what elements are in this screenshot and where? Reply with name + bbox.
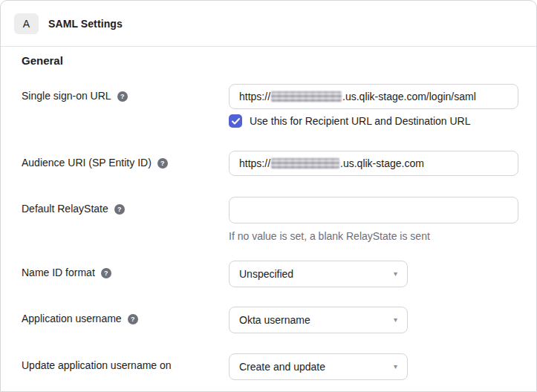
- update-app-username-label-group: Update application username on: [22, 353, 229, 372]
- recipient-url-checkbox-label: Use this for Recipient URL and Destinati…: [250, 115, 471, 127]
- general-heading: General: [22, 54, 517, 68]
- sso-url-label: Single sign-on URL: [22, 90, 111, 102]
- relaystate-controls: If no value is set, a blank RelayState i…: [229, 197, 518, 243]
- help-icon[interactable]: ?: [114, 204, 125, 215]
- field-row-relaystate: Default RelayState ? If no value is set,…: [22, 197, 517, 243]
- help-icon[interactable]: ?: [117, 91, 128, 102]
- panel-header: A SAML Settings: [1, 1, 536, 47]
- name-id-format-controls: Unspecified ▾: [229, 261, 517, 287]
- relaystate-hint: If no value is set, a blank RelayState i…: [229, 229, 518, 243]
- update-app-username-select[interactable]: Create and update ▾: [229, 353, 408, 380]
- audience-uri-input[interactable]: https://.us.qlik-stage.com: [229, 151, 518, 176]
- sso-url-value-prefix: https://: [239, 91, 270, 102]
- redacted-text: [271, 158, 339, 169]
- update-app-username-label: Update application username on: [22, 359, 172, 372]
- audience-uri-value-suffix: .us.qlik-stage.com: [340, 157, 424, 169]
- panel-body: General Single sign-on URL ? https://.us…: [1, 47, 536, 380]
- saml-settings-panel: A SAML Settings General Single sign-on U…: [0, 0, 537, 392]
- field-row-app-username: Application username ? Okta username ▾: [22, 307, 517, 333]
- dropdown-arrow-icon: ▾: [394, 363, 397, 370]
- redacted-text: [271, 91, 342, 102]
- update-app-username-value: Create and update: [239, 361, 325, 373]
- app-username-controls: Okta username ▾: [229, 307, 517, 333]
- audience-uri-label: Audience URI (SP Entity ID): [22, 157, 152, 169]
- field-row-update-app-username: Update application username on Create an…: [22, 353, 517, 380]
- sso-url-input[interactable]: https://.us.qlik-stage.com/login/saml: [229, 84, 518, 109]
- section-title: SAML Settings: [48, 18, 123, 30]
- relaystate-label-group: Default RelayState ?: [22, 197, 229, 215]
- update-app-username-controls: Create and update ▾: [229, 353, 517, 380]
- app-username-value: Okta username: [239, 314, 310, 326]
- section-badge: A: [14, 13, 39, 34]
- field-row-sso-url: Single sign-on URL ? https://.us.qlik-st…: [22, 84, 517, 128]
- name-id-format-label: Name ID format: [22, 267, 95, 279]
- name-id-format-value: Unspecified: [239, 268, 293, 280]
- audience-uri-value-prefix: https://: [239, 157, 270, 169]
- field-row-audience-uri: Audience URI (SP Entity ID) ? https://.u…: [22, 151, 517, 176]
- recipient-url-checkbox[interactable]: [229, 114, 242, 128]
- relaystate-label: Default RelayState: [22, 203, 108, 215]
- sso-url-label-group: Single sign-on URL ?: [22, 84, 229, 102]
- dropdown-arrow-icon: ▾: [394, 316, 397, 324]
- recipient-url-checkbox-row: Use this for Recipient URL and Destinati…: [229, 114, 518, 128]
- app-username-label-group: Application username ?: [22, 307, 229, 325]
- help-icon[interactable]: ?: [128, 314, 138, 324]
- name-id-format-select[interactable]: Unspecified ▾: [229, 261, 408, 287]
- audience-uri-controls: https://.us.qlik-stage.com: [229, 151, 518, 176]
- audience-uri-label-group: Audience URI (SP Entity ID) ?: [22, 151, 229, 169]
- dropdown-arrow-icon: ▾: [394, 270, 397, 278]
- name-id-format-label-group: Name ID format ?: [22, 261, 229, 279]
- sso-url-controls: https://.us.qlik-stage.com/login/saml Us…: [229, 84, 518, 128]
- app-username-select[interactable]: Okta username ▾: [229, 307, 408, 333]
- sso-url-value-suffix: .us.qlik-stage.com/login/saml: [342, 91, 476, 102]
- help-icon[interactable]: ?: [157, 158, 168, 169]
- app-username-label: Application username: [22, 313, 122, 325]
- help-icon[interactable]: ?: [101, 268, 111, 278]
- default-relaystate-input[interactable]: [229, 197, 518, 223]
- field-row-name-id-format: Name ID format ? Unspecified ▾: [22, 261, 517, 287]
- check-icon: [232, 118, 240, 125]
